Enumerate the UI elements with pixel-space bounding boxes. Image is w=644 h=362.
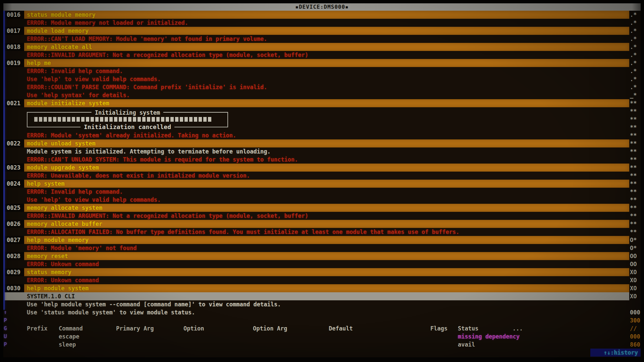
status-marker: .* (630, 43, 641, 51)
status-marker: ** (630, 220, 641, 228)
status-marker: .* (630, 75, 641, 83)
table-cell-prefix (27, 333, 59, 341)
table-cell-primary_arg (116, 333, 183, 341)
status-marker: .* (630, 35, 641, 43)
progress-block (105, 117, 108, 122)
progress-block (166, 117, 169, 122)
progress-block (39, 117, 42, 122)
status-marker: .* (630, 11, 641, 19)
status-marker: .* (630, 67, 641, 75)
table-header-row: PrefixCommandPrimary ArgOptionOption Arg… (3, 324, 629, 333)
status-marker: ** (630, 180, 641, 188)
progress-block (34, 117, 38, 122)
status-marker: ** (630, 228, 641, 236)
command-history-line[interactable]: 0021module initialize system (3, 99, 629, 107)
command-bar: memory allocate system (24, 204, 629, 212)
init-dialog-title: Initializing system (92, 109, 163, 117)
table-cell-option (183, 341, 253, 349)
command-history-line[interactable]: 0016status module memory (3, 11, 629, 19)
error-line: ERROR::CAN'T UNLOAD SYSTEM: This module … (3, 156, 629, 164)
output-line: Use 'help module system --command [comma… (3, 300, 629, 308)
error-line: ERROR: Module 'memory' not found (3, 244, 629, 252)
progress-block (189, 117, 193, 122)
command-history-line[interactable]: 0030help module system (3, 284, 629, 292)
terminal-screen[interactable]: ▪DEVICE:DMS000▪ 0016status module memory… (3, 3, 641, 357)
status-marker: ** (630, 196, 641, 204)
status-marker: ** (630, 115, 641, 123)
table-cell-option (183, 333, 253, 341)
progress-block (123, 117, 127, 122)
error-line: ERROR: Invalid help command. (3, 67, 629, 75)
error-line: Use 'help syntax' for details. (3, 91, 629, 99)
status-marker: .* (630, 19, 641, 27)
command-history-line[interactable]: 0024help system (3, 180, 629, 188)
command-history-line[interactable]: 0028memory reset (3, 252, 629, 260)
command-history-line[interactable]: 0029status memory (3, 268, 629, 276)
scrollbar-thumb[interactable] (3, 11, 5, 310)
status-marker: XO (630, 284, 641, 292)
status-marker: ** (630, 156, 641, 164)
history-hint-label: ↑↓:history (604, 349, 638, 356)
command-text: module load memory (24, 27, 89, 34)
error-line: ERROR::CAN'T LOAD MEMORY: Module 'memory… (3, 35, 629, 43)
command-history-line[interactable]: 0017module load memory (3, 27, 629, 35)
progress-block (53, 117, 56, 122)
pgup-char: P (4, 341, 10, 349)
line-number: 0021 (3, 99, 24, 107)
line-number: 0018 (3, 43, 24, 51)
command-text: help module system (24, 285, 89, 292)
command-text: status module memory (24, 11, 96, 18)
progress-block (180, 117, 183, 122)
status-marker: 000 (630, 333, 641, 341)
status-marker: // (630, 324, 641, 333)
command-history-line[interactable]: 0019help me (3, 59, 629, 67)
line-number: 0024 (3, 180, 24, 188)
progress-block (86, 117, 89, 122)
command-history-line[interactable]: 0026memory allocate buffer (3, 220, 629, 228)
progress-block (109, 117, 113, 122)
command-history-line[interactable]: 0022module unload system (3, 139, 629, 147)
table-cell-prefix (27, 341, 59, 349)
progress-block (44, 117, 47, 122)
error-line: ERROR::INVALID ARGUMENT: Not a recognize… (3, 212, 629, 220)
status-marker: ** (630, 131, 641, 139)
progress-block (156, 117, 160, 122)
status-marker: ** (630, 212, 641, 220)
error-line: ERROR::INVALID ARGUMENT: Not a recognize… (3, 51, 629, 59)
progress-block (72, 117, 75, 122)
progress-block (48, 117, 52, 122)
terminal-output: 0016status module memoryERROR: Module me… (3, 11, 629, 349)
status-marker: XO (630, 276, 641, 284)
history-hint: ↑↓:history (590, 349, 641, 357)
command-history-line[interactable]: 0027help module memory (3, 236, 629, 244)
line-number: 0023 (3, 164, 24, 172)
progress-block (208, 117, 211, 122)
output-line: Module system is initialized. Attempting… (3, 147, 629, 156)
line-number: 0017 (3, 27, 24, 35)
status-gutter: .*.*.*.*.*.*.*.*.*.*_*******************… (630, 11, 641, 357)
output-line: Use 'status module system' to view modul… (3, 308, 629, 316)
error-line: ERROR: Unkown command (3, 276, 629, 284)
init-dialog-status: Initialization cancelled (80, 123, 174, 131)
command-text: memory reset (24, 253, 68, 259)
command-bar: status memory (24, 268, 629, 276)
status-marker: OO (630, 260, 641, 268)
table-cell-default (329, 341, 430, 349)
table-cell-option_arg (253, 333, 329, 341)
table-header-cell: Option (183, 324, 253, 333)
status-marker: ** (630, 164, 641, 172)
command-bar: module unload system (24, 139, 629, 147)
command-history-line[interactable]: 0018memory allocate all (3, 43, 629, 51)
status-marker: ** (630, 107, 641, 115)
progress-block (138, 117, 141, 122)
status-marker: 300 (630, 316, 641, 324)
command-bar: help me (24, 59, 629, 67)
status-marker (630, 300, 641, 308)
command-history-line[interactable]: 0023module upgrade system (3, 164, 629, 172)
table-row: sleepavail (3, 341, 629, 349)
command-bar: memory allocate buffer (24, 220, 629, 228)
command-history-line[interactable]: 0025memory allocate system (3, 204, 629, 212)
line-number: 0028 (3, 252, 24, 260)
line-number: 0022 (3, 139, 24, 147)
device-title: ▪DEVICE:DMS000▪ (295, 4, 349, 10)
